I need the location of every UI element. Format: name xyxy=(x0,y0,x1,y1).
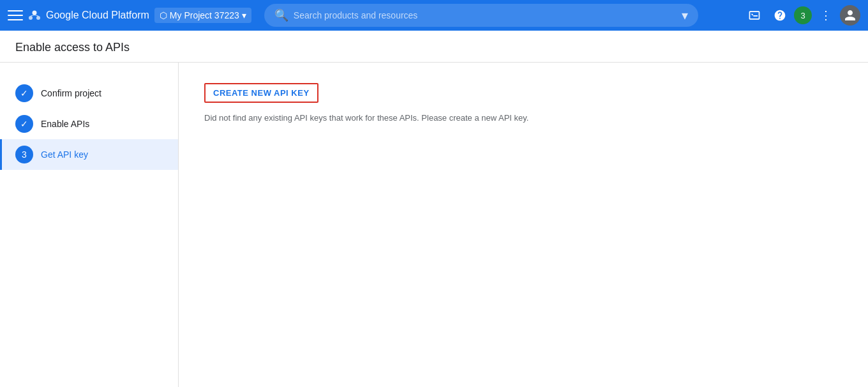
step-3-label: Get API key xyxy=(41,149,88,160)
project-selector-icon: ⬡ xyxy=(160,10,167,20)
step-2-label: Enable APIs xyxy=(41,119,89,129)
page-header: Enable access to APIs xyxy=(0,31,868,63)
step-3-number: 3 xyxy=(22,149,27,160)
cloud-shell-icon xyxy=(748,9,761,22)
notification-count: 3 xyxy=(800,11,805,20)
help-button[interactable] xyxy=(768,4,791,27)
page-title: Enable access to APIs xyxy=(15,41,853,54)
content-area: CREATE NEW API KEY Did not find any exis… xyxy=(179,63,868,387)
cloud-shell-button[interactable] xyxy=(743,4,766,27)
step-1-icon xyxy=(15,84,33,102)
stepper-sidebar: Confirm project Enable APIs 3 Get API ke… xyxy=(0,63,179,387)
create-new-api-key-button[interactable]: CREATE NEW API KEY xyxy=(204,83,318,103)
help-icon xyxy=(774,9,786,22)
search-input[interactable] xyxy=(294,10,677,20)
svg-line-3 xyxy=(31,15,34,17)
svg-line-4 xyxy=(34,15,38,17)
gcp-logo-svg xyxy=(28,9,41,22)
search-expand-icon[interactable]: ▾ xyxy=(682,8,688,23)
main-content: Confirm project Enable APIs 3 Get API ke… xyxy=(0,63,868,387)
step-get-api-key[interactable]: 3 Get API key xyxy=(0,139,178,170)
svg-point-0 xyxy=(33,11,37,15)
step-confirm-project[interactable]: Confirm project xyxy=(0,78,178,109)
more-options-button[interactable]: ⋮ xyxy=(814,4,837,27)
search-icon: 🔍 xyxy=(274,8,288,22)
project-name: My Project 37223 xyxy=(170,10,239,20)
notification-badge[interactable]: 3 xyxy=(794,6,812,24)
more-options-icon: ⋮ xyxy=(820,8,832,22)
menu-icon[interactable] xyxy=(8,8,23,23)
user-avatar[interactable] xyxy=(840,5,860,26)
step-2-icon xyxy=(15,115,33,133)
step-1-label: Confirm project xyxy=(41,88,101,98)
svg-point-1 xyxy=(29,16,33,20)
gcp-logo-icon xyxy=(28,9,41,22)
topbar: Google Cloud Platform ⬡ My Project 37223… xyxy=(0,0,868,31)
project-chevron-icon: ▾ xyxy=(242,10,246,20)
step-3-icon: 3 xyxy=(15,146,33,163)
topbar-actions: 3 ⋮ xyxy=(743,4,860,27)
info-message: Did not find any existing API keys that … xyxy=(204,113,842,123)
project-selector[interactable]: ⬡ My Project 37223 ▾ xyxy=(154,8,251,23)
app-title: Google Cloud Platform xyxy=(46,10,149,21)
svg-point-2 xyxy=(36,16,40,20)
search-bar[interactable]: 🔍 ▾ xyxy=(264,4,698,27)
topbar-logo: Google Cloud Platform xyxy=(28,9,149,22)
step-enable-apis[interactable]: Enable APIs xyxy=(0,109,178,139)
avatar-icon xyxy=(842,8,858,23)
